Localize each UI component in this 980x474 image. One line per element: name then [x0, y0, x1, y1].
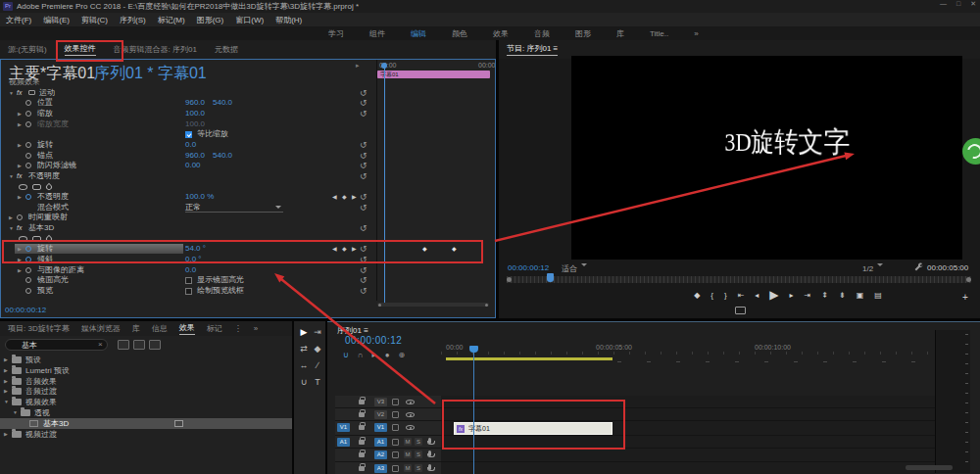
tab-panel[interactable]: 项目: 3D旋转字幕: [8, 323, 70, 334]
expand-arrow-icon[interactable]: ▶: [18, 119, 22, 129]
window-controls[interactable]: —□✕: [940, 0, 976, 8]
track-target-badge[interactable]: V2: [374, 410, 387, 419]
menu-item[interactable]: 剪辑(C): [81, 15, 108, 25]
program-playhead-marker[interactable]: [547, 273, 554, 282]
ec-row[interactable]: 预览绘制预览线框↺: [1, 286, 495, 297]
track-header[interactable]: A3MS: [335, 462, 441, 474]
stopwatch-icon[interactable]: [25, 100, 31, 106]
ec-row[interactable]: ▼fx不透明度↺: [1, 171, 495, 182]
mask-pen-icon[interactable]: [45, 182, 53, 190]
expand-arrow-icon[interactable]: ▶: [4, 429, 8, 440]
program-timecode[interactable]: 00:00:00:12: [508, 263, 549, 272]
ec-row[interactable]: 混合模式正常↺: [1, 203, 495, 213]
menu-item[interactable]: 标记(M): [158, 15, 185, 25]
lift-settings-icon[interactable]: [735, 307, 746, 314]
reset-parameter-icon[interactable]: ↺: [360, 275, 368, 285]
tree-item[interactable]: ▶预设: [0, 355, 292, 365]
property-value[interactable]: 540.0: [213, 98, 232, 108]
ec-row[interactable]: ▶倾斜0.0 °↺: [1, 255, 495, 265]
expand-arrow-icon[interactable]: ▶: [18, 255, 22, 264]
solo-button[interactable]: S: [415, 464, 422, 472]
settings-wrench-icon[interactable]: [914, 262, 923, 273]
ec-row[interactable]: ▶缩放100.0↺: [1, 109, 495, 119]
property-value[interactable]: 100.0: [185, 109, 205, 118]
reset-parameter-icon[interactable]: ↺: [360, 244, 368, 254]
reset-parameter-icon[interactable]: ↺: [360, 265, 368, 275]
mask-rect-icon[interactable]: [32, 236, 41, 242]
reset-parameter-icon[interactable]: ↺: [360, 140, 368, 150]
workspace-tab[interactable]: 库: [616, 28, 624, 39]
next-keyframe-icon[interactable]: ▶: [352, 192, 357, 202]
track-target-badge[interactable]: V1: [374, 423, 387, 432]
snap-toggle[interactable]: ∪: [343, 351, 349, 359]
lock-icon[interactable]: [359, 452, 365, 457]
reset-parameter-icon[interactable]: ↺: [360, 161, 368, 170]
workspace-tab[interactable]: 学习: [328, 28, 344, 39]
track-header[interactable]: A2MS: [335, 449, 441, 462]
workspace-tab[interactable]: 图形: [575, 28, 591, 39]
stopwatch-icon[interactable]: [25, 142, 31, 148]
tab-panel[interactable]: 元数据: [215, 44, 238, 55]
expand-arrow-icon[interactable]: ▶: [18, 109, 22, 118]
ec-row[interactable]: ▶缩放宽度100.0: [1, 119, 495, 130]
lock-icon[interactable]: [359, 400, 365, 404]
track-header[interactable]: V3: [335, 396, 441, 408]
track-select-tool[interactable]: ⇥: [312, 327, 323, 337]
button-editor-plus[interactable]: +: [962, 292, 968, 303]
timeline-zoom-scrollbar[interactable]: [906, 465, 953, 470]
track-target-badge[interactable]: A1: [374, 438, 387, 447]
reset-parameter-icon[interactable]: ↺: [360, 88, 368, 98]
expand-arrow-icon[interactable]: ▶: [4, 365, 8, 376]
reset-parameter-icon[interactable]: ↺: [360, 192, 368, 202]
mute-button[interactable]: M: [404, 450, 412, 458]
stopwatch-icon[interactable]: [25, 111, 31, 117]
track-content[interactable]: [441, 408, 935, 421]
tree-item[interactable]: ▼视频效果: [0, 397, 292, 407]
menu-item[interactable]: 文件(F): [6, 15, 31, 25]
stopwatch-icon[interactable]: [25, 194, 31, 200]
tree-item[interactable]: ▶Lumetri 预设: [0, 365, 292, 376]
expand-arrow-icon[interactable]: ▶: [9, 213, 13, 222]
go-to-in-button[interactable]: ⇤: [738, 291, 745, 300]
step-back-button[interactable]: ◂: [755, 291, 759, 300]
lift-button[interactable]: ⇞: [821, 291, 828, 300]
tab-effects[interactable]: 效果: [179, 322, 195, 335]
reset-parameter-icon[interactable]: ↺: [360, 286, 368, 296]
checkbox[interactable]: [185, 288, 192, 295]
solo-button[interactable]: S: [415, 450, 422, 458]
source-assign-badge[interactable]: V1: [337, 423, 350, 432]
stopwatch-icon[interactable]: [25, 267, 31, 273]
ec-row[interactable]: ▶旋转54.0 °◀◆▶↺: [1, 244, 495, 255]
accepted-effects-bin-icon[interactable]: [118, 340, 129, 350]
ripple-edit-tool[interactable]: ⇄: [298, 344, 310, 354]
timeline-clip[interactable]: fx 字幕01: [454, 422, 612, 435]
ec-row[interactable]: ▼fx运动↺: [1, 88, 495, 99]
ec-row[interactable]: [1, 234, 495, 245]
solo-button[interactable]: S: [415, 438, 422, 446]
ec-row[interactable]: ▶旋转0.0↺: [1, 140, 495, 151]
accelerated-effects-bin-icon[interactable]: [133, 340, 145, 350]
stopwatch-icon[interactable]: [25, 257, 31, 262]
ec-row[interactable]: ▶时间重映射: [1, 213, 495, 223]
lock-icon[interactable]: [359, 440, 365, 445]
window-control-button[interactable]: □: [956, 0, 960, 8]
track-visibility-icon[interactable]: [406, 412, 415, 417]
tab-panel[interactable]: 媒体浏览器: [81, 323, 121, 334]
track-header[interactable]: A1A1MS: [335, 436, 441, 449]
ec-row[interactable]: 位置960.0540.0↺: [1, 98, 495, 109]
track-target-badge[interactable]: A3: [374, 464, 387, 473]
reset-parameter-icon[interactable]: ↺: [360, 151, 368, 161]
voiceover-mic-icon[interactable]: [428, 450, 431, 456]
tab-panel[interactable]: 信息: [152, 323, 168, 334]
expand-arrow-icon[interactable]: ▶: [18, 265, 22, 275]
tree-item[interactable]: ▶视频过渡: [0, 429, 292, 440]
ec-row[interactable]: ▶与图像的距离0.0↺: [1, 265, 495, 276]
linked-selection-toggle[interactable]: ∩: [358, 351, 364, 359]
mark-in-button[interactable]: {: [710, 291, 713, 300]
expand-arrow-icon[interactable]: ▶: [18, 244, 22, 254]
ec-row[interactable]: [1, 182, 495, 193]
step-forward-button[interactable]: ▸: [790, 291, 794, 300]
program-video-frame[interactable]: 3D旋转文字: [571, 56, 962, 260]
property-value[interactable]: 0.00: [185, 161, 201, 170]
track-header[interactable]: V2: [335, 408, 441, 421]
